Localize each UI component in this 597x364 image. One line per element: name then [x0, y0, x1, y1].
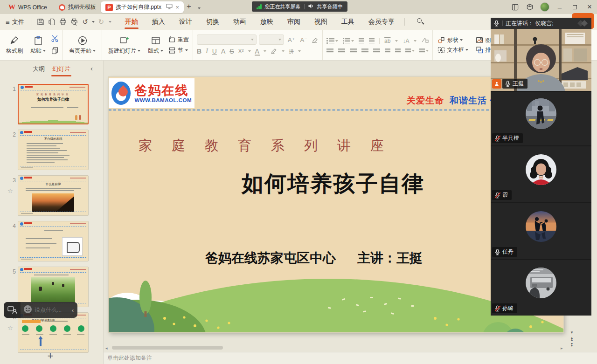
font-family-select[interactable] — [197, 34, 257, 45]
participant-tile-xia[interactable]: 霞 — [491, 145, 591, 202]
new-tab-button[interactable]: + — [187, 2, 191, 11]
emoji-icon[interactable] — [23, 305, 32, 315]
textbox-button[interactable]: 文本框 — [437, 46, 468, 54]
superscript-button[interactable]: X² — [238, 48, 244, 55]
align-distribute-icon[interactable] — [373, 48, 380, 53]
add-slide-button[interactable]: + — [41, 350, 60, 363]
share-screen-icon[interactable] — [4, 302, 21, 318]
slide-thumb-6[interactable]: 6 ☆ 一、孩子自律的发展全貌 — [18, 312, 89, 353]
docer-template-tab[interactable]: 找稻壳模板 — [54, 1, 101, 13]
vertical-align-button[interactable] — [419, 48, 429, 53]
bold-button[interactable]: B — [197, 48, 201, 55]
star-icon[interactable]: ☆ — [7, 187, 13, 194]
tab-slides[interactable]: 幻灯片 — [52, 65, 70, 73]
restore-button[interactable] — [567, 0, 582, 14]
strikethrough-button[interactable]: S — [229, 48, 234, 55]
scrollbar-thumb[interactable] — [112, 346, 223, 350]
participant-tile-banzhicheng[interactable]: 半只橙 — [491, 91, 591, 145]
section-button[interactable]: 节 — [168, 47, 189, 55]
reset-button[interactable]: 重置 — [168, 36, 189, 44]
chat-message-input[interactable] — [35, 307, 68, 313]
increase-indent-icon[interactable] — [369, 38, 375, 43]
copy-icon[interactable] — [51, 47, 59, 56]
wps-home-tab[interactable]: W WPS Office — [4, 1, 52, 13]
tab-design[interactable]: 设计 — [172, 14, 199, 30]
play-from-current-button[interactable]: 当页开始 — [67, 34, 98, 56]
highlight-button[interactable] — [271, 47, 278, 55]
tab-member[interactable]: 会员专享 — [361, 14, 402, 30]
scroll-right-icon[interactable]: ▸ — [561, 346, 563, 350]
star-icon[interactable]: ☆ — [7, 324, 13, 331]
tab-review[interactable]: 审阅 — [280, 14, 307, 30]
document-tab[interactable]: P 孩子如何自律.pptx × — [101, 1, 184, 13]
scroll-left-icon[interactable]: ◂ — [105, 346, 108, 350]
3d-cube-icon[interactable] — [522, 0, 537, 14]
tab-animation[interactable]: 动画 — [226, 14, 253, 30]
close-document-icon[interactable]: × — [175, 4, 179, 11]
line-spacing-down-icon[interactable] — [395, 48, 401, 53]
notes-input[interactable]: 单击此处添加备注 — [104, 352, 597, 364]
undo-icon[interactable]: ↺ — [80, 16, 91, 27]
align-left-icon[interactable] — [326, 48, 333, 53]
decrease-font-button[interactable]: A⁻ — [299, 36, 309, 43]
italic-button[interactable]: I — [206, 48, 208, 55]
previous-slide-icon[interactable]: ▴▴ — [571, 337, 573, 341]
collapse-chat-icon[interactable]: ‹ — [68, 307, 77, 314]
format-painter-button[interactable]: 格式刷 — [4, 34, 25, 56]
file-menu[interactable]: ≡ 文件 — [0, 18, 29, 26]
search-icon[interactable] — [416, 17, 425, 27]
text-direction-button[interactable]: ↓A — [403, 38, 409, 44]
bullet-list-button[interactable] — [326, 38, 338, 43]
align-justify-icon[interactable] — [361, 48, 368, 53]
tab-tools[interactable]: 工具 — [334, 14, 361, 30]
minimize-button[interactable]: – — [552, 0, 567, 14]
slide-thumb-1[interactable]: 1 家庭教育系列讲座 如何培养孩子自律 — [18, 84, 89, 124]
print-icon[interactable] — [57, 16, 69, 27]
phonetic-guide-button[interactable]: 拼 — [289, 48, 294, 55]
slide-thumb-5[interactable]: 5 — [18, 267, 89, 307]
slide-thumb-2[interactable]: 2 不自律的表现 — [18, 130, 89, 170]
save-icon[interactable] — [35, 16, 46, 27]
font-color-button[interactable]: A — [255, 48, 259, 55]
font-size-select[interactable] — [259, 34, 284, 45]
paste-button[interactable]: 粘贴 — [28, 34, 48, 56]
print-preview-icon[interactable] — [69, 16, 80, 27]
participant-tile-sunlu[interactable]: 孙璐 — [491, 259, 591, 316]
underline-button[interactable]: U — [212, 48, 217, 55]
tab-view[interactable]: 视图 — [307, 14, 334, 30]
character-spacing-button[interactable]: ab — [384, 38, 390, 44]
tab-transition[interactable]: 切换 — [199, 14, 226, 30]
clear-format-icon[interactable] — [311, 35, 319, 44]
account-avatar[interactable] — [537, 0, 552, 14]
slide-thumb-3[interactable]: 3 ☆ 什么是自律 — [18, 175, 89, 216]
increase-font-button[interactable]: A⁺ — [286, 36, 297, 43]
layout-button[interactable]: 版式 — [146, 34, 166, 56]
slide-thumb-4[interactable]: 4 — [18, 221, 89, 261]
scroll-down-icon[interactable]: ▾ — [571, 330, 573, 335]
decrease-indent-icon[interactable] — [359, 38, 364, 43]
shapes-button[interactable]: 形状 — [437, 36, 468, 44]
collapse-panel-icon[interactable]: ‹ — [90, 64, 93, 72]
char-border-button[interactable]: A — [221, 48, 225, 55]
undo-caret-icon[interactable] — [92, 21, 95, 23]
tab-insert[interactable]: 插入 — [145, 14, 172, 30]
split-view-icon[interactable] — [507, 0, 522, 14]
text-to-smartart-icon[interactable] — [421, 37, 429, 45]
cut-icon[interactable] — [51, 34, 59, 44]
close-button[interactable]: × — [582, 0, 597, 14]
new-slide-button[interactable]: 新建幻灯片 — [106, 34, 143, 56]
tab-home[interactable]: 开始 — [118, 14, 145, 30]
tab-outline[interactable]: 大纲 — [33, 65, 45, 73]
quickbar-caret-icon[interactable] — [109, 21, 111, 23]
align-right-icon[interactable] — [350, 48, 357, 53]
output-icon[interactable] — [46, 16, 57, 27]
numbered-list-button[interactable] — [343, 38, 354, 43]
align-center-icon[interactable] — [338, 48, 345, 53]
next-slide-icon[interactable]: ▾▾ — [571, 343, 573, 347]
tab-slideshow[interactable]: 放映 — [253, 14, 280, 30]
line-spacing-button[interactable] — [405, 48, 415, 53]
tab-list-caret-icon[interactable] — [198, 4, 201, 11]
horizontal-scrollbar[interactable]: ◂ ▸ — [104, 345, 570, 350]
line-spacing-up-icon[interactable] — [385, 48, 390, 53]
participant-tile-wangting[interactable]: 王挺 — [491, 29, 591, 91]
